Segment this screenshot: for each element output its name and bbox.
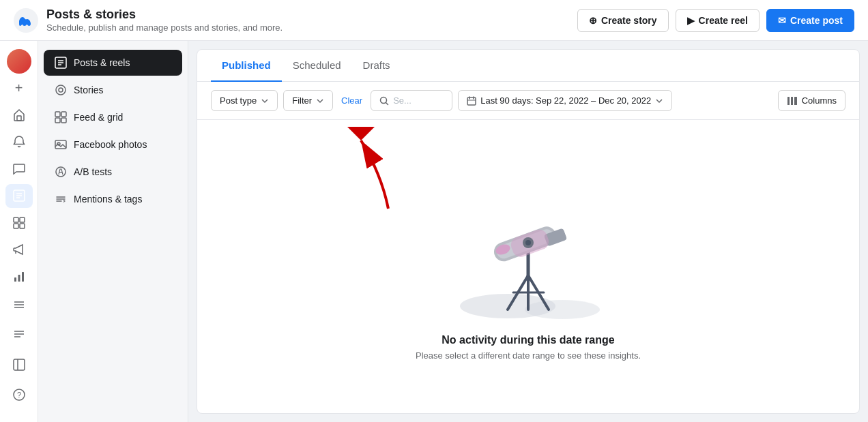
post-icon: ✉ xyxy=(778,15,786,26)
arrow-annotation xyxy=(320,120,443,215)
top-header: Posts & stories Schedule, publish and ma… xyxy=(0,0,868,41)
svg-rect-40 xyxy=(467,97,476,105)
filters-bar: Post type Filter Clear Se... xyxy=(197,82,859,120)
date-range-button[interactable]: Last 90 days: Sep 22, 2022 – Dec 20, 202… xyxy=(458,90,672,111)
sidebar-icon-add[interactable]: + xyxy=(5,76,33,100)
svg-point-62 xyxy=(525,240,531,245)
stories-icon xyxy=(55,84,67,96)
main-layout: + xyxy=(0,41,868,422)
sidebar-icon-menu[interactable] xyxy=(5,291,33,318)
sidebar-icon-bell[interactable] xyxy=(5,130,33,154)
page-title: Posts & stories xyxy=(46,7,283,22)
nav-sidebar: Posts & reels Stories Feed & grid xyxy=(38,41,188,422)
svg-point-1 xyxy=(22,20,25,25)
tabs-bar: Published Scheduled Drafts xyxy=(197,50,859,82)
list-icon xyxy=(12,328,26,342)
svg-rect-45 xyxy=(791,97,793,105)
empty-state-subtitle: Please select a different date range to … xyxy=(416,350,641,361)
plus-icon: + xyxy=(15,80,23,96)
nav-item-feed-grid[interactable]: Feed & grid xyxy=(44,104,182,130)
search-icon xyxy=(379,96,389,106)
svg-rect-21 xyxy=(14,359,25,370)
chevron-down-icon-3 xyxy=(655,97,663,105)
nav-item-mentions-tags[interactable]: Mentions & tags xyxy=(44,186,182,212)
svg-rect-11 xyxy=(20,224,25,228)
svg-point-30 xyxy=(59,88,63,92)
sidebar-icon-chart[interactable] xyxy=(5,265,33,288)
facebook-photos-icon xyxy=(55,138,67,151)
grid-icon xyxy=(12,216,26,230)
chevron-down-icon-2 xyxy=(316,97,324,105)
columns-button[interactable]: Columns xyxy=(778,90,845,111)
nav-item-facebook-photos[interactable]: Facebook photos xyxy=(44,132,182,157)
svg-rect-8 xyxy=(14,217,18,222)
svg-text:?: ? xyxy=(16,391,20,399)
story-icon: ⊕ xyxy=(589,15,597,26)
nav-item-posts-reels[interactable]: Posts & reels xyxy=(44,50,182,76)
menu-icon xyxy=(12,298,26,312)
sidebar-icon-posts[interactable] xyxy=(5,184,33,208)
page-title-group: Posts & stories Schedule, publish and ma… xyxy=(46,7,283,33)
empty-state: No activity during this date range Pleas… xyxy=(197,120,859,413)
posts-reels-icon xyxy=(55,57,67,69)
svg-rect-33 xyxy=(55,118,60,123)
chat-icon xyxy=(12,162,26,176)
ab-tests-icon xyxy=(55,166,67,178)
filter-button[interactable]: Filter xyxy=(283,90,333,111)
columns-icon xyxy=(787,96,798,106)
header-right: ⊕ Create story ▶ Create reel ✉ Create po… xyxy=(577,9,854,32)
sidebar-icon-avatar[interactable] xyxy=(5,49,33,74)
svg-point-37 xyxy=(56,167,66,177)
svg-point-50 xyxy=(525,300,600,319)
svg-rect-10 xyxy=(14,224,18,228)
svg-rect-14 xyxy=(22,272,24,282)
svg-point-2 xyxy=(27,20,30,25)
header-left: Posts & stories Schedule, publish and ma… xyxy=(14,7,577,33)
calendar-icon xyxy=(467,96,476,106)
search-box[interactable]: Se... xyxy=(371,90,452,111)
svg-rect-34 xyxy=(61,118,66,123)
mentions-tags-icon xyxy=(55,193,67,205)
create-post-button[interactable]: ✉ Create post xyxy=(766,9,854,32)
telescope-illustration xyxy=(446,173,610,323)
svg-point-29 xyxy=(56,85,66,95)
sidebar-icon-home[interactable] xyxy=(5,103,33,127)
empty-state-title: No activity during this date range xyxy=(442,334,614,346)
svg-rect-32 xyxy=(61,112,66,117)
posts-icon xyxy=(12,189,26,202)
nav-item-stories[interactable]: Stories xyxy=(44,77,182,103)
tab-scheduled[interactable]: Scheduled xyxy=(282,50,352,82)
svg-rect-3 xyxy=(17,116,21,121)
clear-button[interactable]: Clear xyxy=(338,93,365,108)
nav-item-ab-tests[interactable]: A/B tests xyxy=(44,159,182,185)
page-subtitle: Schedule, publish and manage posts and s… xyxy=(46,22,283,33)
sidebar-help-icon[interactable]: ? xyxy=(5,381,33,408)
svg-rect-46 xyxy=(794,97,797,105)
sidebar-icon-grid[interactable] xyxy=(5,211,33,235)
bell-icon xyxy=(12,135,26,149)
svg-rect-13 xyxy=(18,275,20,282)
sidebar-icon-chat[interactable] xyxy=(5,157,33,181)
sidebar-toggle-icon[interactable] xyxy=(5,351,33,378)
home-icon xyxy=(12,108,26,122)
content-area: Published Scheduled Drafts Post type Fil… xyxy=(197,49,860,414)
chevron-down-icon xyxy=(261,97,269,105)
svg-rect-31 xyxy=(55,112,60,117)
feed-grid-icon xyxy=(55,111,67,123)
reel-icon: ▶ xyxy=(687,15,695,26)
create-reel-button[interactable]: ▶ Create reel xyxy=(676,9,760,32)
create-story-button[interactable]: ⊕ Create story xyxy=(577,9,669,32)
avatar xyxy=(7,49,31,74)
tab-published[interactable]: Published xyxy=(211,50,282,82)
tab-drafts[interactable]: Drafts xyxy=(352,50,401,82)
svg-marker-48 xyxy=(347,127,375,140)
svg-rect-44 xyxy=(787,97,790,105)
sidebar-icon-list[interactable] xyxy=(5,321,33,348)
sidebar-icon-megaphone[interactable] xyxy=(5,237,33,261)
sidebar-icon xyxy=(12,358,26,372)
icon-sidebar: + xyxy=(0,41,38,422)
meta-logo xyxy=(14,8,38,33)
post-type-filter[interactable]: Post type xyxy=(211,90,278,111)
help-icon: ? xyxy=(12,388,26,402)
svg-rect-12 xyxy=(14,277,16,282)
